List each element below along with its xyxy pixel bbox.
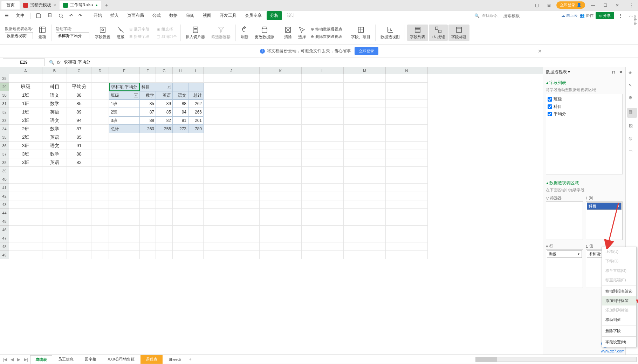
- column-header[interactable]: D: [91, 67, 109, 74]
- cell[interactable]: [173, 192, 188, 200]
- delete-pivot-button[interactable]: ⊖删除数据透视表: [309, 33, 344, 40]
- sheet-nav-first[interactable]: |◀: [1, 357, 8, 362]
- filter-icon[interactable]: ▾: [167, 85, 171, 89]
- column-header[interactable]: H: [173, 67, 188, 74]
- cell[interactable]: 求和项:平均分: [109, 83, 140, 91]
- cell[interactable]: [42, 167, 67, 175]
- cell[interactable]: [386, 91, 428, 99]
- filter-connect-button[interactable]: 筛选器连接: [208, 25, 233, 41]
- print-button[interactable]: [45, 12, 55, 20]
- cell[interactable]: [386, 251, 428, 259]
- cell[interactable]: [344, 99, 386, 108]
- cell[interactable]: [344, 125, 386, 133]
- cell[interactable]: [109, 150, 140, 158]
- cell[interactable]: [42, 234, 67, 242]
- close-icon[interactable]: ✕: [53, 3, 56, 7]
- cell[interactable]: [204, 217, 260, 226]
- cell-reference-input[interactable]: [3, 59, 45, 66]
- cell[interactable]: [91, 158, 109, 167]
- tab-home[interactable]: 首页: [1, 1, 20, 9]
- cell[interactable]: [140, 251, 156, 259]
- cell[interactable]: [302, 158, 344, 167]
- cell[interactable]: [9, 167, 42, 175]
- cell[interactable]: [140, 167, 156, 175]
- cell[interactable]: [140, 209, 156, 217]
- save-button[interactable]: [34, 12, 43, 20]
- cell[interactable]: [91, 209, 109, 217]
- select-button[interactable]: 选择: [295, 25, 309, 41]
- cell[interactable]: [91, 108, 109, 116]
- cell[interactable]: [386, 242, 428, 251]
- cell[interactable]: [344, 108, 386, 116]
- cell[interactable]: 87: [140, 108, 156, 116]
- cell[interactable]: [140, 200, 156, 209]
- refresh-button[interactable]: 刷新: [238, 25, 251, 41]
- move-pivot-button[interactable]: ⊕移动数据透视表: [309, 26, 344, 33]
- cell[interactable]: [344, 209, 386, 217]
- cell[interactable]: [260, 184, 302, 192]
- menu-button[interactable]: ☰: [3, 12, 11, 20]
- cell[interactable]: [91, 99, 109, 108]
- cell[interactable]: [260, 200, 302, 209]
- login-button[interactable]: 立即登录 👤: [556, 1, 585, 9]
- cell[interactable]: [260, 175, 302, 184]
- field-headers-button[interactable]: 字段标题: [448, 25, 469, 41]
- column-header[interactable]: E: [109, 67, 140, 74]
- cell[interactable]: 91: [173, 116, 188, 125]
- row-header[interactable]: 32: [0, 108, 9, 116]
- ribbon-tab-dev[interactable]: 开发工具: [216, 11, 240, 20]
- cell[interactable]: [9, 217, 42, 226]
- cell[interactable]: [188, 192, 204, 200]
- row-header[interactable]: 40: [0, 175, 9, 184]
- ribbon-tab-start[interactable]: 开始: [90, 11, 105, 20]
- cell[interactable]: [9, 192, 42, 200]
- pin-icon[interactable]: ⊓: [612, 70, 615, 75]
- cell[interactable]: 英语: [42, 133, 67, 142]
- cell[interactable]: [204, 192, 260, 200]
- select-tool-icon[interactable]: ↖: [629, 83, 636, 90]
- cell[interactable]: [302, 217, 344, 226]
- cell[interactable]: [204, 175, 260, 184]
- ribbon-tab-layout[interactable]: 页面布局: [124, 11, 148, 20]
- cell[interactable]: [42, 74, 67, 83]
- coop-button[interactable]: 👥协作: [580, 13, 594, 18]
- column-header[interactable]: J: [204, 67, 260, 74]
- row-header[interactable]: 46: [0, 226, 9, 234]
- cell[interactable]: [302, 167, 344, 175]
- cell[interactable]: [91, 167, 109, 175]
- sheet-tab[interactable]: 田字格: [80, 355, 102, 364]
- cell[interactable]: [42, 200, 67, 209]
- cell[interactable]: [156, 175, 173, 184]
- cell[interactable]: [173, 158, 188, 167]
- cell[interactable]: [260, 150, 302, 158]
- sheet-nav-next[interactable]: ▶: [16, 357, 22, 362]
- cell[interactable]: 266: [188, 108, 204, 116]
- cell[interactable]: [140, 150, 156, 158]
- cell[interactable]: [386, 200, 428, 209]
- cell[interactable]: [204, 150, 260, 158]
- cell[interactable]: [67, 167, 91, 175]
- cell[interactable]: [302, 175, 344, 184]
- cell[interactable]: 语文: [173, 91, 188, 99]
- cell[interactable]: [204, 167, 260, 175]
- add-sheet-button[interactable]: ＋: [187, 356, 194, 362]
- minimize-button[interactable]: —: [588, 1, 598, 9]
- cell[interactable]: [109, 133, 140, 142]
- cell[interactable]: 82: [67, 158, 91, 167]
- field-checkbox[interactable]: [548, 97, 552, 102]
- banner-close-button[interactable]: ✕: [538, 48, 542, 54]
- cell[interactable]: [140, 234, 156, 242]
- field-list-box[interactable]: 班级 科目 平均分: [546, 94, 623, 174]
- cell[interactable]: 1班: [9, 91, 42, 99]
- cell[interactable]: [173, 226, 188, 234]
- column-header[interactable]: L: [302, 67, 344, 74]
- cell[interactable]: 262: [188, 99, 204, 108]
- cell[interactable]: 2班: [9, 116, 42, 125]
- cell[interactable]: [204, 242, 260, 251]
- field-checkbox[interactable]: [548, 104, 552, 109]
- field-list-button[interactable]: 字段列表: [407, 25, 428, 41]
- cell[interactable]: [386, 74, 428, 83]
- cell[interactable]: 总计: [109, 125, 140, 133]
- cell[interactable]: 1班: [109, 99, 140, 108]
- ribbon-tab-data[interactable]: 数据: [166, 11, 181, 20]
